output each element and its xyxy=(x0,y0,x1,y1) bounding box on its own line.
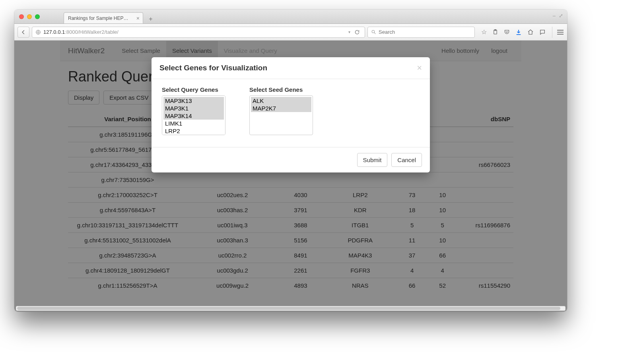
query-genes-select[interactable]: MAP3K13MAP3K1MAP3K14LIMK1LRP2 xyxy=(162,95,225,135)
browser-toolbar: 127.0.0.1:8000/HitWalker2/table/ ▾ ☆ xyxy=(14,24,567,41)
tab-strip: Rankings for Sample HEPG2_LI... × + xyxy=(64,10,156,23)
svg-point-1 xyxy=(372,30,375,33)
modal-header: Select Genes for Visualization × xyxy=(152,57,430,79)
modal-footer: Submit Cancel xyxy=(152,147,430,172)
search-input[interactable] xyxy=(379,29,471,35)
query-gene-option[interactable]: LIMK1 xyxy=(163,120,224,127)
query-genes-column: Select Query Genes MAP3K13MAP3K1MAP3K14L… xyxy=(162,86,225,135)
browser-tab[interactable]: Rankings for Sample HEPG2_LI... × xyxy=(64,12,143,23)
select-genes-modal: Select Genes for Visualization × Select … xyxy=(152,57,430,172)
seed-genes-label: Select Seed Genes xyxy=(249,86,313,93)
url-host: 127.0.0.1 xyxy=(43,29,65,35)
home-icon[interactable] xyxy=(527,29,534,35)
submit-button[interactable]: Submit xyxy=(357,153,388,167)
download-icon[interactable] xyxy=(515,29,522,35)
browser-window: Rankings for Sample HEPG2_LI... × + – ⤢ … xyxy=(14,10,567,312)
search-box[interactable] xyxy=(367,27,475,38)
modal-title: Select Genes for Visualization xyxy=(159,64,267,72)
horizontal-scrollbar[interactable] xyxy=(16,306,566,311)
minimize-icon[interactable]: – xyxy=(553,13,556,19)
close-icon[interactable]: × xyxy=(417,64,422,72)
url-path: :8000/HitWalker2/table/ xyxy=(65,29,119,35)
svg-line-2 xyxy=(374,33,375,34)
search-icon xyxy=(371,29,376,35)
url-bar[interactable]: 127.0.0.1:8000/HitWalker2/table/ ▾ xyxy=(32,27,365,38)
seed-genes-column: Select Seed Genes ALKMAP2K7 xyxy=(249,86,313,135)
minimize-window-icon[interactable] xyxy=(27,14,32,19)
zoom-window-icon[interactable] xyxy=(35,14,40,19)
close-window-icon[interactable] xyxy=(19,14,24,19)
seed-gene-option[interactable]: MAP2K7 xyxy=(251,105,311,112)
query-gene-option[interactable]: MAP3K1 xyxy=(163,105,224,112)
toolbar-icons: ☆ xyxy=(481,28,546,36)
close-tab-icon[interactable]: × xyxy=(136,15,140,21)
query-genes-label: Select Query Genes xyxy=(162,86,225,93)
titlebar: Rankings for Sample HEPG2_LI... × + – ⤢ xyxy=(14,10,567,24)
page-content: HitWalker2 Select Sample Select Variants… xyxy=(14,41,567,312)
modal-body: Select Query Genes MAP3K13MAP3K1MAP3K14L… xyxy=(152,79,430,147)
url-text: 127.0.0.1:8000/HitWalker2/table/ xyxy=(43,29,346,35)
scrollbar-thumb[interactable] xyxy=(17,307,560,310)
chat-icon[interactable] xyxy=(539,29,546,35)
url-dropdown-icon[interactable]: ▾ xyxy=(348,30,350,34)
arrow-left-icon xyxy=(21,29,26,35)
query-gene-option[interactable]: MAP3K13 xyxy=(163,97,224,105)
window-controls: – ⤢ xyxy=(553,13,563,19)
seed-gene-option[interactable]: ALK xyxy=(251,97,311,105)
clipboard-icon[interactable] xyxy=(492,29,498,35)
seed-genes-select[interactable]: ALKMAP2K7 xyxy=(249,95,313,135)
query-gene-option[interactable]: LRP2 xyxy=(163,127,224,135)
reload-icon[interactable] xyxy=(353,29,361,35)
browser-tab-label: Rankings for Sample HEPG2_LI... xyxy=(68,15,132,21)
new-tab-button[interactable]: + xyxy=(146,15,156,23)
hamburger-menu[interactable] xyxy=(552,27,564,38)
query-gene-option[interactable]: MAP3K14 xyxy=(163,112,224,120)
cancel-button[interactable]: Cancel xyxy=(391,153,422,167)
pocket-icon[interactable] xyxy=(504,29,510,35)
star-icon[interactable]: ☆ xyxy=(481,28,487,36)
traffic-lights xyxy=(19,14,40,19)
back-button[interactable] xyxy=(17,27,29,38)
globe-icon xyxy=(35,29,41,35)
maximize-icon[interactable]: ⤢ xyxy=(559,13,563,19)
